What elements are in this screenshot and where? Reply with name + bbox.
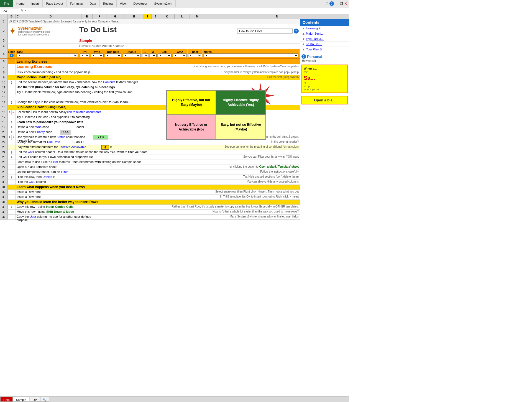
row-note: by clicking the button to Open a blank '… [76, 165, 300, 170]
table-row: 3 Sample [0, 38, 300, 43]
row-number: 25 [0, 155, 8, 160]
tab-insert[interactable]: Insert [28, 0, 43, 7]
matrix-cell-highly-effective-achievable: Highly Effective Highly Achievable (Yes) [216, 91, 265, 115]
contents-item[interactable]: ▲ If you are a... [300, 36, 349, 42]
tab-page-layout[interactable]: Page Layout [43, 0, 67, 7]
doc-icon: ▲ [302, 27, 305, 30]
row-number: 19 [0, 125, 8, 130]
tab-formulas[interactable]: Formulas [67, 0, 86, 7]
row-content: Change the format for Due Date [16, 140, 71, 145]
row-number: 8 [0, 70, 8, 75]
tab-sample[interactable]: Sample [13, 397, 29, 402]
restore-icon[interactable]: ❐ [340, 2, 343, 6]
row-number: 5 [0, 49, 8, 58]
tab-systems2win[interactable]: Systems2win [151, 0, 176, 7]
row-content: Hide the Cat2 column [16, 180, 76, 185]
cat1-filter-dropdown[interactable]: ▼ [158, 53, 172, 57]
header-task: Task ▼ [16, 49, 79, 58]
row-number: 4 [0, 43, 8, 49]
contents-item[interactable]: ▲ Learning E... [300, 26, 349, 31]
status-filter-dropdown[interactable]: ▼ [123, 53, 141, 57]
header-a: A ▼ [149, 49, 157, 58]
row-content: Insert a Row here [16, 190, 76, 194]
heart-icon[interactable]: ♡ [326, 2, 328, 6]
contents-item[interactable]: ▲ To Do List... [300, 42, 349, 47]
cat2-filter-dropdown[interactable]: ▼ [173, 53, 187, 57]
row-number: 10 [0, 80, 8, 85]
header-notes: Notes ▼ [203, 49, 300, 58]
a-filter-dropdown[interactable]: ▼ [150, 53, 157, 57]
tab-developer[interactable]: Developer [130, 0, 151, 7]
contents-link-if[interactable]: If you are a... [306, 37, 324, 40]
subsection-header: Sub-Section Header (using Styles) [16, 105, 68, 110]
who-filter-dropdown[interactable]: ▼ [91, 53, 104, 57]
tab-file[interactable]: File [0, 0, 13, 7]
right-panel: Contents ▲ Learning E... ▲ Major Secti..… [300, 19, 349, 396]
cell-reference-input[interactable] [1, 9, 19, 13]
row-number: 35 [0, 205, 8, 209]
notes-filter-dropdown[interactable]: ▼ [204, 53, 298, 57]
icon-cell-a: A [8, 130, 16, 135]
table-row: 11 Use the first (thin) column for fast,… [0, 85, 300, 90]
help-ribbon-icon[interactable]: ? [329, 1, 334, 6]
date-cell: 1-Jan-11 [71, 140, 89, 145]
tab-home[interactable]: Home [13, 0, 28, 7]
user-filter-dropdown[interactable]: ▼ [188, 53, 202, 57]
open-blank-button[interactable]: Open a bla... [301, 96, 348, 104]
matrix-cell-easy-not-effective: Easy, but not so Effective (Maybe) [216, 115, 265, 139]
tab-help[interactable]: Help [0, 397, 13, 402]
row-number: 30 [0, 180, 8, 185]
table-header-row: 5 Links ? Task ▼ Pri ▼ Who [0, 49, 300, 59]
contents-item[interactable]: ▲ Major Secti... [300, 31, 349, 36]
table-row: 2 ✦ Systems2win Continuously improving t… [0, 24, 300, 38]
task-filter-dropdown[interactable]: ▼ [17, 53, 78, 57]
row-number: 34 [0, 200, 8, 204]
row-content: Define a new Priority code [16, 130, 60, 135]
header-links: Links ? [8, 49, 16, 58]
close-icon[interactable]: ✕ [344, 1, 347, 6]
pri-cell: 1XXX [60, 130, 71, 135]
doc-icon: ▲ [302, 37, 305, 40]
col-header-C: C [16, 14, 20, 19]
icon-cell-a: A [8, 110, 12, 115]
howto-help-icon[interactable]: ? [294, 29, 299, 34]
icon-cell-a: A [8, 155, 16, 160]
tab-paw[interactable]: 🐾 [40, 397, 49, 402]
table-row: 26 Learn how to use Excel's Filter featu… [0, 160, 300, 165]
icon-cell-q: ? [8, 80, 16, 85]
col-header-D: D [20, 14, 81, 19]
due-date-filter-dropdown[interactable]: ▼ [105, 53, 121, 57]
row-number: 28 [0, 170, 8, 175]
tab-view[interactable]: View [117, 0, 130, 7]
minimize-icon[interactable]: — [335, 1, 339, 6]
row-content: Click each column-heading - and read the… [16, 70, 112, 75]
row-number: 3 [0, 38, 8, 43]
table-row: 10 ? Edit the section header just above … [0, 80, 300, 85]
row-number: 24 [0, 150, 8, 155]
links-help-icon[interactable]: ? [10, 53, 14, 57]
col-header-H: H [124, 14, 144, 19]
pri-filter-dropdown[interactable]: ▼ [80, 53, 90, 57]
col-header-G: G [106, 14, 124, 19]
major-section-header: Major Section Header (edit me) [16, 75, 62, 80]
who-cell: Leader [74, 125, 88, 130]
contents-link-play[interactable]: Your Play S... [306, 48, 324, 51]
contents-link-todo[interactable]: To Do List... [306, 42, 322, 46]
tab-data[interactable]: Data [86, 0, 99, 7]
help-personal-icon[interactable]: ? [301, 54, 306, 59]
icon-cell-arrow[interactable]: ↵ [12, 110, 16, 115]
contents-item[interactable]: ▲ Your Play S... [300, 47, 349, 52]
contents-link-learning[interactable]: Learning E... [306, 27, 323, 30]
tab-review[interactable]: Review [100, 0, 117, 7]
row-content: Copy this row - using Insert Copied Cell… [16, 205, 88, 209]
column-headers: B C D E F G H I J K L M N [0, 14, 349, 19]
e-filter-dropdown[interactable]: ▼ [142, 53, 149, 57]
contents-link-major[interactable]: Major Secti... [306, 32, 324, 35]
section-insert-rows: Learn what happens when you Insert Rows [16, 185, 86, 190]
matrix-cell-not-effective: Not very Effective or Achievable (No) [167, 115, 216, 139]
tab-dv[interactable]: DV [30, 397, 40, 402]
howto-filter-input[interactable] [237, 29, 293, 34]
contents-title: Contents [300, 19, 349, 26]
logo-tagline2: for continuous improvement [18, 33, 50, 36]
row-content: v9.12 R130809 Template © Systems2win. Li… [8, 19, 120, 24]
